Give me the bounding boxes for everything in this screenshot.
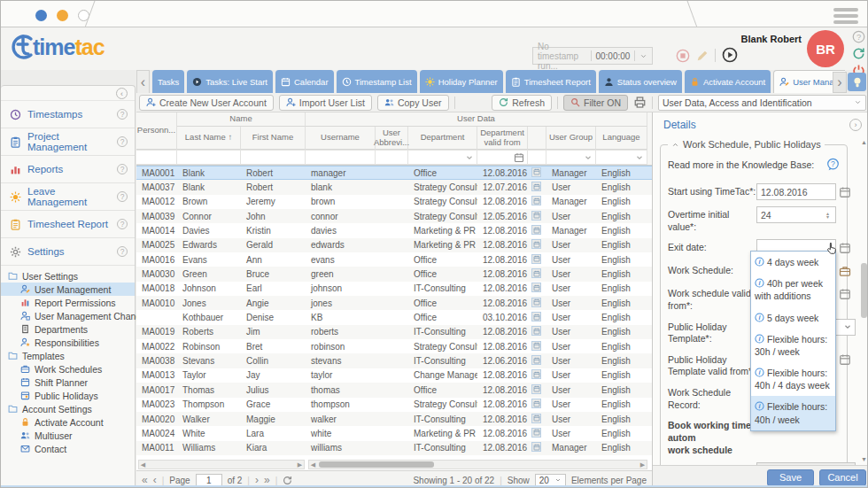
chevron-down-icon[interactable]: [639, 52, 647, 60]
scrollbar-thumb[interactable]: [861, 263, 867, 318]
overtime-input[interactable]: 24: [756, 206, 836, 223]
tree-item-contact[interactable]: Contact: [1, 442, 135, 455]
collapse-section-icon[interactable]: [671, 141, 679, 149]
tab-timestamp-list[interactable]: Timestamp List: [337, 70, 417, 93]
start-using-input[interactable]: 12.08.2016: [756, 183, 836, 200]
stop-timestamp-icon[interactable]: [676, 49, 690, 63]
help-icon[interactable]: ?: [852, 30, 865, 43]
tab-status-overview[interactable]: Status overview: [599, 70, 682, 93]
table-row[interactable]: MA0020WalkerMaggiewalkerIT-Consulting12.…: [136, 412, 652, 426]
tree-item-user-management[interactable]: User Management: [1, 283, 135, 296]
sidebar-item-timesheet-report[interactable]: Timesheet Report?: [1, 211, 135, 238]
tab-tasks[interactable]: Tasks: [152, 70, 184, 93]
tree-item-work-schedules[interactable]: Work Schedules: [1, 362, 135, 376]
last-page-button[interactable]: »: [264, 475, 270, 485]
column-header-department[interactable]: Department: [408, 127, 477, 150]
avatar[interactable]: BR: [807, 30, 844, 67]
help-icon[interactable]: ?: [117, 109, 128, 120]
table-row[interactable]: MA0025EdwardsGeraldedwardsMarketing & PR…: [136, 238, 652, 252]
sidebar-item-reports[interactable]: Reports?: [1, 156, 135, 183]
page-number-input[interactable]: [196, 474, 222, 486]
work-schedule-option[interactable]: iFlexible hours: 40h / 4 days week: [751, 362, 835, 396]
help-icon[interactable]: ?: [117, 246, 128, 257]
filter-valid-from[interactable]: [477, 150, 528, 165]
column-header-last-name[interactable]: Last Name ↑: [177, 127, 241, 150]
table-row[interactable]: MA0018JohnsonEarljohnsonIT-Consulting12.…: [136, 282, 652, 296]
timestamp-widget[interactable]: No timestamp run... 00:00:00: [532, 47, 653, 65]
briefcase-icon[interactable]: [839, 265, 851, 277]
column-header-user-group[interactable]: User Group: [546, 127, 596, 150]
table-row[interactable]: MA0038StevansCollinstevansIT-Consulting1…: [136, 353, 652, 368]
table-row[interactable]: KothbauerDeniseKBOffice03.10.2016UserEng…: [136, 310, 652, 324]
tab-calendar[interactable]: Calendar: [275, 70, 334, 93]
column-header-personnel[interactable]: Personn...: [136, 112, 177, 150]
details-expand-icon[interactable]: ›: [849, 119, 862, 131]
tab-scroll-left-button[interactable]: ‹: [136, 70, 150, 93]
filter-language[interactable]: [596, 150, 647, 165]
tree-item-public-holidays[interactable]: Public Holidays: [1, 389, 135, 402]
filter-first-name[interactable]: [241, 150, 306, 165]
filter-user-abbreviation[interactable]: [376, 150, 408, 165]
column-header-user-abbreviation[interactable]: User Abbrevi...: [376, 127, 408, 150]
edit-timestamp-icon[interactable]: [695, 49, 709, 63]
table-row[interactable]: MA0017ThomasJuliusthomasOffice12.08.2016…: [136, 383, 652, 397]
column-header-language[interactable]: Language: [596, 127, 647, 150]
calendar-icon[interactable]: [839, 186, 851, 198]
data-columns-scrollbar[interactable]: ◀ ▶: [308, 460, 647, 469]
frozen-columns-scrollbar[interactable]: ◀ ▶: [138, 460, 305, 469]
print-icon[interactable]: [633, 96, 647, 109]
work-schedule-option[interactable]: iFlexible hours: 30h / week: [751, 329, 835, 362]
table-row[interactable]: MA0016EvansAnnevansOffice12.08.2016UserE…: [136, 252, 652, 267]
calendar-icon[interactable]: [839, 242, 851, 254]
filter-department[interactable]: [408, 150, 477, 165]
import-user-list-button[interactable]: Import User List: [279, 95, 372, 111]
filter-on-button[interactable]: Filter ON: [563, 95, 628, 111]
table-row[interactable]: MA0001BlankRobertmanagerOffice12.08.2016…: [136, 166, 652, 180]
tab-scroll-right-button[interactable]: ›: [833, 72, 847, 93]
filter-personnel[interactable]: [136, 150, 177, 165]
knowledge-base-help-icon[interactable]: ?: [826, 158, 840, 171]
filter-username[interactable]: [306, 150, 376, 165]
help-icon[interactable]: ?: [117, 191, 128, 202]
sidebar-collapse-icon[interactable]: ‹: [116, 88, 128, 99]
first-page-button[interactable]: «: [142, 475, 148, 485]
table-row[interactable]: MA0022RobinsonBretrobinsonStrategy Consu…: [136, 339, 652, 353]
tab-activate-account[interactable]: Activate Account: [685, 70, 771, 93]
table-row[interactable]: MA0039ConnorJohnconnorStrategy Consultin…: [136, 209, 652, 223]
hamburger-menu-icon[interactable]: [833, 5, 858, 27]
table-row[interactable]: MA0012BrownJeremybrownStrategy Consultin…: [136, 195, 652, 209]
table-row[interactable]: MA0030GreenBrucegreenOffice12.08.2016Use…: [136, 267, 652, 281]
filter-last-name[interactable]: [177, 150, 241, 165]
window-minimize-button[interactable]: [57, 10, 68, 21]
tree-item-departments[interactable]: Departments: [1, 322, 135, 336]
calendar-icon[interactable]: [839, 353, 851, 366]
tree-group-templates[interactable]: Templates: [1, 349, 135, 362]
work-schedule-option[interactable]: iFlexible hours: 40h / week: [751, 396, 835, 430]
help-icon[interactable]: ?: [117, 164, 128, 174]
scrollbar-thumb[interactable]: [319, 461, 434, 468]
start-timestamp-button[interactable]: [722, 47, 738, 63]
work-schedule-option[interactable]: i5 days week: [751, 307, 835, 329]
table-row[interactable]: MA0037BlankRobertblankStrategy Consultin…: [136, 180, 652, 194]
work-schedule-option[interactable]: i40h per week with additions: [751, 273, 835, 306]
tree-item-activate-account[interactable]: Activate Account: [1, 415, 135, 429]
tree-item-multiuser[interactable]: Multiuser: [1, 429, 135, 442]
table-row[interactable]: MA0024WhiteLarawhiteMarketing & PR12.08.…: [136, 426, 652, 440]
column-header-department-valid-from[interactable]: Department valid from: [477, 127, 528, 150]
sidebar-item-project-management[interactable]: Project Management?: [1, 128, 135, 156]
tree-item-shift-planner[interactable]: Shift Planner: [1, 376, 135, 389]
tree-item-responsibilities[interactable]: Responsibilities: [1, 336, 135, 349]
column-header-first-name[interactable]: First Name: [241, 127, 306, 150]
work-schedule-option[interactable]: i4 days week: [751, 252, 835, 273]
copy-user-button[interactable]: Copy User: [377, 95, 449, 111]
next-page-button[interactable]: ›: [255, 475, 259, 485]
hint-lightbulb-button[interactable]: [848, 73, 866, 91]
cancel-button[interactable]: Cancel: [819, 469, 866, 486]
sidebar-item-leave-management[interactable]: Leave Management?: [1, 183, 135, 211]
tree-item-report-permissions[interactable]: Report Permissions: [1, 296, 135, 309]
table-row[interactable]: MA0014DaviesKristindaviesMarketing & PR1…: [136, 223, 652, 237]
spinner-icon[interactable]: ▴▾: [826, 212, 829, 219]
tree-group-user-settings[interactable]: User Settings: [1, 269, 135, 283]
tab-tasks-live-start[interactable]: Tasks: Live Start: [187, 70, 273, 93]
filter-user-group[interactable]: [546, 150, 596, 165]
